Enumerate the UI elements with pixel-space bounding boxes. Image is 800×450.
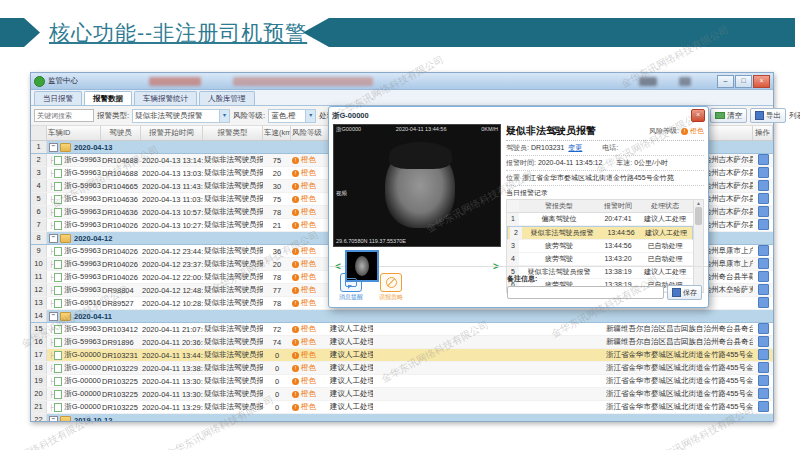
table-cell: 疑似非法驾驶员报警 — [203, 272, 263, 282]
table-row[interactable]: 16├浙G-59963DR918962020-04-11 20:36:06疑似非… — [31, 336, 773, 349]
export-button[interactable]: 导出 — [750, 108, 786, 123]
table-cell: 0 — [263, 377, 291, 386]
table-cell: ├浙G-59963 — [47, 155, 101, 165]
collapse-icon[interactable]: − — [49, 416, 58, 422]
record-status: 建议人工处理 — [637, 213, 693, 225]
table-cell: !橙色 — [291, 376, 329, 386]
thumbnail-face — [355, 256, 369, 276]
table-cell: DR103412 — [101, 325, 141, 334]
table-cell — [753, 375, 773, 388]
detail-icon[interactable] — [758, 401, 769, 412]
circle-slash-icon — [386, 277, 397, 288]
table-cell: 2020-04-13 13:03:51 — [141, 169, 203, 178]
scroll-up-icon[interactable]: ▲ — [696, 200, 701, 206]
save-button[interactable]: 保存 — [667, 285, 702, 300]
detail-icon[interactable] — [758, 206, 769, 217]
close-icon[interactable]: × — [691, 109, 705, 122]
table-row[interactable]: 19├浙G-00000DR1032252020-04-11 13:30:43疑似… — [31, 375, 773, 388]
table-cell — [753, 271, 773, 284]
detail-icon[interactable] — [758, 167, 769, 178]
table-cell — [753, 167, 773, 180]
table-cell: 疑似非法驾驶员报警 — [203, 285, 263, 295]
table-group-row[interactable]: 14−2020-04-11 — [31, 310, 773, 323]
collapse-icon[interactable]: − — [49, 234, 58, 243]
tree-branch: ├ — [49, 339, 53, 345]
tab-0[interactable]: 当日报警 — [34, 91, 82, 105]
table-cell: 2020-04-11 21:07:03 — [141, 325, 203, 334]
tab-2[interactable]: 车辆报警统计 — [134, 91, 197, 105]
close-button[interactable]: × — [753, 75, 770, 88]
risk-level-select[interactable]: 蓝色,橙▾ — [268, 109, 316, 123]
tree-branch: ├ — [49, 261, 53, 267]
tree-branch: ├ — [49, 209, 53, 215]
table-row[interactable]: 21├浙G-00000DR1032252020-04-11 13:29:40疑似… — [31, 401, 773, 414]
record-type: 偏离驾驶位 — [519, 213, 599, 225]
scroll-thumb[interactable] — [695, 207, 702, 225]
disk-icon — [755, 111, 764, 120]
table-cell: 2020-04-11 13:30:26 — [141, 390, 203, 399]
table-cell: 疑似非法驾驶员报警 — [203, 155, 263, 165]
table-row[interactable]: 20├浙G-00000DR1032252020-04-11 13:30:26疑似… — [31, 388, 773, 401]
record-row[interactable]: 3疲劳驾驶13:44:56已自动处理 — [507, 240, 693, 253]
table-cell: !橙色 — [291, 285, 329, 295]
table-cell: ├浙G-59963 — [47, 207, 101, 217]
search-input[interactable] — [34, 109, 94, 122]
detail-icon[interactable] — [758, 336, 769, 347]
table-row[interactable]: 15├浙G-59963DR1034122020-04-11 21:07:03疑似… — [31, 323, 773, 336]
detail-icon[interactable] — [758, 193, 769, 204]
table-cell: 20 — [263, 169, 291, 178]
table-row[interactable]: 17├浙G-00000DR1032312020-04-11 13:44:56疑似… — [31, 349, 773, 362]
tab-1[interactable]: 报警数据 — [84, 91, 132, 105]
alarm-type-select[interactable]: 疑似非法驾驶员报警▾ — [132, 109, 230, 123]
detail-icon[interactable] — [758, 219, 769, 230]
collapse-icon[interactable]: − — [49, 312, 58, 321]
detail-icon[interactable] — [758, 388, 769, 399]
clear-button[interactable]: 清空 — [710, 108, 747, 123]
risk-icon: ! — [292, 404, 299, 411]
table-cell: ├浙G-00000 — [47, 389, 101, 399]
tree-branch: ├ — [49, 157, 53, 163]
record-row[interactable]: 2疑似非法驾驶员报警13:44:56建议人工处理 — [507, 226, 693, 240]
detail-icon[interactable] — [758, 284, 769, 295]
record-row[interactable]: 1偏离驾驶位20:47:41建议人工处理 — [507, 213, 693, 226]
table-row[interactable]: 18├浙G-00000DR1032292020-04-11 13:38:19疑似… — [31, 362, 773, 375]
table-cell: 疑似非法驾驶员报警 — [203, 194, 263, 204]
redacted-tab — [233, 77, 373, 86]
table-cell: !橙色 — [291, 272, 329, 282]
collapse-icon[interactable]: − — [49, 143, 58, 152]
tree-branch: ├ — [49, 183, 53, 189]
detail-icon[interactable] — [758, 297, 769, 308]
record-row[interactable]: 4疲劳驾驶13:43:20已自动处理 — [507, 253, 693, 266]
tab-3[interactable]: 人脸库管理 — [199, 91, 255, 105]
table-cell — [753, 336, 773, 349]
detail-icon[interactable] — [758, 362, 769, 373]
column-header: 报警开始时间 — [141, 126, 203, 140]
table-group-row[interactable]: 22−2019-10-12 — [31, 414, 773, 421]
detail-icon[interactable] — [758, 180, 769, 191]
record-status: 已自动处理 — [637, 240, 693, 252]
table-cell: 疑似非法驾驶员报警 — [203, 376, 263, 386]
tree-branch: ├ — [49, 248, 53, 254]
minimize-button[interactable]: – — [717, 75, 734, 88]
tree-branch: ├ — [49, 404, 53, 410]
document-icon — [54, 299, 62, 308]
detail-icon[interactable] — [758, 245, 769, 256]
detail-icon[interactable] — [758, 258, 769, 269]
risk-label: 风险等级: — [649, 126, 679, 136]
table-cell: ├浙G-69516 — [47, 298, 101, 308]
table-cell: 疑似非法驾驶员报警 — [203, 324, 263, 334]
detail-icon[interactable] — [758, 375, 769, 386]
maximize-button[interactable]: □ — [735, 75, 752, 88]
detail-icon[interactable] — [758, 323, 769, 334]
table-cell: 74 — [263, 338, 291, 347]
table-cell: 疑似非法驾驶员报警 — [203, 363, 263, 373]
false-alarm-ignore-button[interactable]: 误报忽略 — [375, 273, 407, 302]
detail-icon[interactable] — [758, 154, 769, 165]
document-icon — [54, 260, 62, 269]
detail-icon[interactable] — [758, 349, 769, 360]
table-cell — [753, 401, 773, 414]
detail-icon[interactable] — [758, 271, 769, 282]
table-cell: DR98804 — [101, 286, 141, 295]
change-driver-link[interactable]: 变更 — [568, 144, 582, 151]
remark-input[interactable] — [507, 286, 664, 299]
